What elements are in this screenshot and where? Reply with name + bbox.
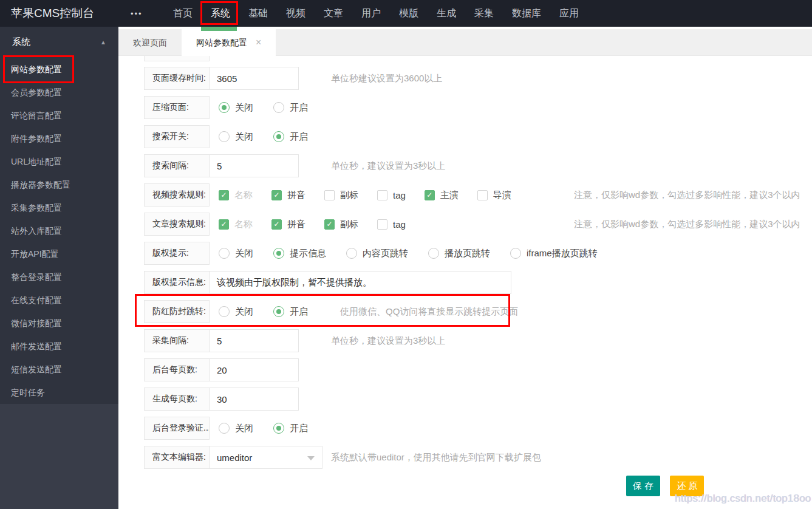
checkbox-label: 拼音 — [287, 190, 305, 201]
save-button[interactable]: 保 存 — [626, 476, 660, 496]
checkbox-icon — [377, 219, 387, 230]
sidebar-item-external-storage[interactable]: 站外入库配置 — [0, 219, 118, 242]
radio-icon — [273, 131, 284, 142]
sidebar-item-email-send[interactable]: 邮件发送配置 — [0, 335, 118, 358]
topnav-item-system[interactable]: 系统 — [202, 0, 239, 27]
radio-label: 开启 — [290, 423, 308, 434]
radio-search-switch-开启[interactable]: 开启 — [273, 131, 308, 143]
checkbox-video-search-rule-副标[interactable]: 副标 — [324, 190, 358, 201]
sidebar-item-comment-message[interactable]: 评论留言配置 — [0, 104, 118, 127]
topnav-item-collect[interactable]: 采集 — [465, 0, 503, 27]
radio-copyright-tip-内容页跳转[interactable]: 内容页跳转 — [346, 248, 408, 259]
topnav-item-database[interactable]: 数据库 — [503, 0, 550, 27]
generate-page-size-input[interactable]: 30 — [209, 388, 299, 411]
page-cache-time-input[interactable]: 3605 — [209, 67, 299, 90]
topnav-item-article[interactable]: 文章 — [315, 0, 352, 27]
admin-page-size-input[interactable]: 20 — [209, 358, 299, 381]
sidebar-item-player-params[interactable]: 播放器参数配置 — [0, 173, 118, 196]
sidebar-item-collect-params[interactable]: 采集参数配置 — [0, 196, 118, 219]
topnav-item-video[interactable]: 视频 — [277, 0, 315, 27]
radio-copyright-tip-关闭[interactable]: 关闭 — [219, 248, 253, 259]
sidebar-item-scheduled-task[interactable]: 定时任务 — [0, 381, 118, 404]
radio-compress-page-关闭[interactable]: 关闭 — [219, 102, 253, 114]
checkbox-article-search-rule-tag[interactable]: tag — [377, 219, 406, 230]
form-row-search-interval: 搜索间隔:5单位秒，建议设置为3秒以上 — [144, 154, 812, 177]
checkbox-icon: ✓ — [271, 219, 282, 230]
form-label-rich-text-editor: 富文本编辑器: — [144, 446, 210, 469]
rich-text-editor-select-value: umeditor — [217, 453, 252, 463]
more-icon[interactable]: ••• — [131, 9, 144, 18]
sidebar-item-url-address[interactable]: URL地址配置 — [0, 150, 118, 173]
hint-article-search-rule: 注意，仅影响wd参数，勾选过多影响性能，建议3个以内 — [574, 219, 800, 230]
checkbox-icon: ✓ — [425, 190, 435, 200]
radio-admin-login-verify-开启[interactable]: 开启 — [273, 423, 308, 434]
radio-label: 内容页跳转 — [363, 248, 408, 259]
sidebar-section-system[interactable]: 系统 ▲ — [0, 27, 118, 58]
topnav-item-app[interactable]: 应用 — [550, 0, 588, 27]
form-label-generate-page-size: 生成每页数: — [144, 388, 210, 411]
form-row-admin-page-size: 后台每页数:20 — [144, 358, 812, 381]
sidebar-item-online-payment[interactable]: 在线支付配置 — [0, 289, 118, 312]
close-icon[interactable]: × — [256, 38, 261, 47]
form-label-search-interval: 搜索间隔: — [144, 154, 210, 177]
checkbox-video-search-rule-tag[interactable]: tag — [377, 190, 406, 200]
sidebar-item-integrated-login[interactable]: 整合登录配置 — [0, 265, 118, 289]
checkbox-video-search-rule-拼音[interactable]: ✓拼音 — [271, 190, 305, 201]
topnav-item-generate[interactable]: 生成 — [428, 0, 465, 27]
sidebar-item-attachment-params[interactable]: 附件参数配置 — [0, 127, 118, 150]
checkbox-label: 导演 — [493, 190, 511, 201]
form-label-copyright-tip-message: 版权提示信息: — [144, 271, 210, 294]
radio-anti-red-block-redirect-开启[interactable]: 开启 — [273, 306, 308, 318]
checkbox-video-search-rule-导演[interactable]: 导演 — [477, 190, 511, 201]
checkbox-article-search-rule-名称[interactable]: ✓名称 — [219, 219, 253, 230]
form-row-page-cache-time: 页面缓存时间:3605单位秒建议设置为3600以上 — [144, 67, 812, 90]
radio-icon — [428, 248, 439, 259]
form-label-copyright-tip: 版权提示: — [144, 242, 210, 265]
radio-anti-red-block-redirect-关闭[interactable]: 关闭 — [219, 306, 253, 318]
radio-label: 开启 — [290, 102, 308, 114]
radio-copyright-tip-iframe播放页跳转[interactable]: iframe播放页跳转 — [510, 248, 598, 259]
radio-copyright-tip-播放页跳转[interactable]: 播放页跳转 — [428, 248, 490, 259]
sidebar-item-wechat-connect[interactable]: 微信对接配置 — [0, 312, 118, 335]
sidebar-item-member-params[interactable]: 会员参数配置 — [0, 81, 118, 104]
collect-interval-input[interactable]: 5 — [209, 329, 299, 352]
form-label-admin-page-size: 后台每页数: — [144, 358, 210, 381]
admin-login-verify-options: 关闭开启 — [219, 417, 328, 440]
checkbox-article-search-rule-拼音[interactable]: ✓拼音 — [271, 219, 305, 230]
checkbox-label: tag — [393, 219, 406, 230]
top-bar: 苹果CMS控制台 ••• 首页系统基础视频文章用户模版生成采集数据库应用 — [0, 0, 812, 27]
anti-red-block-redirect-options: 关闭开启 — [219, 300, 328, 323]
dropdown-caret-icon — [307, 456, 315, 460]
form-row-admin-login-verify: 后台登录验证...关闭开启 — [144, 417, 812, 440]
sidebar-item-open-api[interactable]: 开放API配置 — [0, 242, 118, 265]
rich-text-editor-select[interactable]: umeditor — [209, 446, 322, 469]
hint-collect-interval: 单位秒，建议设置为3秒以上 — [331, 335, 445, 347]
radio-admin-login-verify-关闭[interactable]: 关闭 — [219, 423, 253, 434]
radio-compress-page-开启[interactable]: 开启 — [273, 102, 308, 114]
radio-icon — [219, 423, 230, 434]
radio-icon — [219, 248, 230, 259]
topnav-item-template[interactable]: 模版 — [390, 0, 428, 27]
csdn-watermark: https://blog.csdn.net/top18oo — [675, 493, 811, 505]
tab-site-params[interactable]: 网站参数配置 × — [182, 29, 276, 56]
form-label-collect-interval: 采集间隔: — [144, 329, 210, 352]
topnav-item-user[interactable]: 用户 — [352, 0, 390, 27]
checkbox-video-search-rule-名称[interactable]: ✓名称 — [219, 190, 253, 201]
radio-copyright-tip-提示信息[interactable]: 提示信息 — [273, 248, 326, 259]
search-interval-input[interactable]: 5 — [209, 154, 299, 177]
sidebar-menu-block: 系统 ▲ 网站参数配置会员参数配置评论留言配置附件参数配置URL地址配置播放器参… — [0, 27, 118, 404]
radio-search-switch-关闭[interactable]: 关闭 — [219, 131, 253, 143]
checkbox-video-search-rule-主演[interactable]: ✓主演 — [425, 190, 459, 201]
copyright-tip-message-input[interactable]: 该视频由于版权限制，暂不提供播放。 — [209, 271, 511, 294]
sidebar-item-sms-send[interactable]: 短信发送配置 — [0, 358, 118, 381]
sidebar: 系统 ▲ 网站参数配置会员参数配置评论留言配置附件参数配置URL地址配置播放器参… — [0, 27, 118, 509]
tab-welcome[interactable]: 欢迎页面 — [118, 29, 182, 56]
topnav-item-home[interactable]: 首页 — [164, 0, 202, 27]
checkbox-article-search-rule-副标[interactable]: ✓副标 — [324, 219, 358, 230]
settings-form: 页面缓存时间:3605单位秒建议设置为3600以上压缩页面:关闭开启搜索开关:关… — [118, 56, 812, 509]
topnav-item-basic[interactable]: 基础 — [239, 0, 277, 27]
sidebar-item-site-params[interactable]: 网站参数配置 — [0, 58, 118, 81]
chevron-up-icon: ▲ — [100, 39, 106, 46]
compress-page-options: 关闭开启 — [219, 96, 328, 119]
form-row-copyright-tip: 版权提示:关闭提示信息内容页跳转播放页跳转iframe播放页跳转 — [144, 242, 812, 265]
